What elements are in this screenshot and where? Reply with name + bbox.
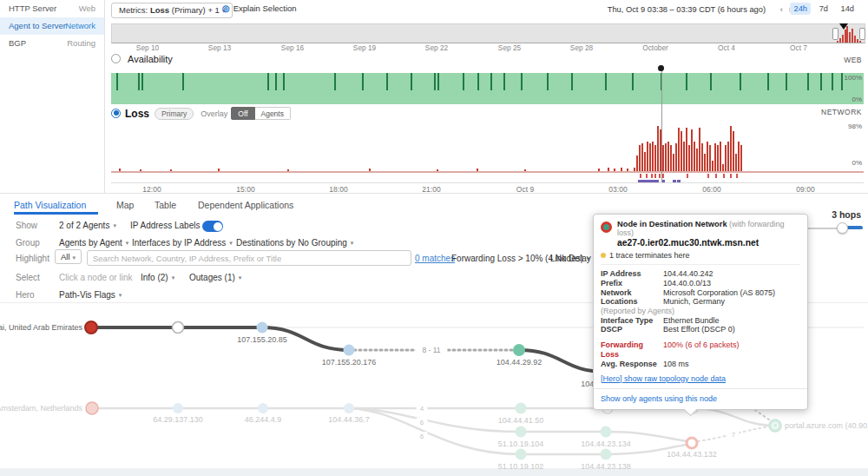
node-ip-label: 104.44.29.92 xyxy=(496,358,542,367)
detail-key: Interface Type xyxy=(601,316,663,326)
tooltip-divider xyxy=(594,388,807,389)
hop-node[interactable] xyxy=(258,403,268,413)
agent-node-amsterdam[interactable] xyxy=(86,402,98,414)
detail-value: Best Effort (DSCP 0) xyxy=(663,325,735,334)
tooltip-detail-row: DSCPBest Effort (DSCP 0) xyxy=(601,325,800,334)
trace-terminates-text: 1 trace terminates here xyxy=(609,251,690,260)
tooltip-note-row: (Reported by Agents) xyxy=(601,307,800,316)
node-ip-label: 46.244.4.9 xyxy=(245,415,282,424)
detail-key: Avg. Response xyxy=(601,360,663,369)
warning-dot-icon xyxy=(601,253,606,258)
tooltip-detail-row: Forwarding Loss100% (6 of 6 packets) xyxy=(601,340,800,360)
node-ip-label: 107.155.20.176 xyxy=(322,358,377,367)
detail-value: 108 ms xyxy=(663,360,689,369)
tooltip-title: Node in Destination Network xyxy=(617,220,727,228)
detail-key: IP Address xyxy=(601,269,663,279)
graph-label: 6 xyxy=(420,433,424,440)
graph-label: Dubai, United Arab Emirates xyxy=(0,323,82,332)
detail-value: Ethernet Bundle xyxy=(663,316,720,326)
graph-edge[interactable] xyxy=(693,408,769,426)
node-tooltip: Node in Destination Network (with forwar… xyxy=(593,214,808,410)
tooltip-header: Node in Destination Network (with forwar… xyxy=(601,220,800,248)
tooltip-detail-row: LocationsMunich, Germany xyxy=(601,297,800,307)
graph-label: 7 xyxy=(732,431,736,439)
node-ip-label: 51.10.19.104 xyxy=(498,440,544,448)
tooltip-detail-row: NetworkMicrosoft Corporation (AS 8075) xyxy=(601,288,800,298)
node-ip-label: 104.44.23.134 xyxy=(581,440,631,448)
tooltip-hostname: ae27-0.ier02.muc30.ntwk.msn.net xyxy=(617,238,800,248)
detail-key: Network xyxy=(601,288,663,298)
detail-value: 100% (6 of 6 packets) xyxy=(663,340,740,360)
destination-node[interactable] xyxy=(769,420,781,432)
detail-key: DSCP xyxy=(601,325,663,334)
hop-node[interactable] xyxy=(173,322,184,334)
raw-topology-link[interactable]: [Hero] show raw topology node data xyxy=(601,374,800,383)
hop-node[interactable] xyxy=(516,449,527,460)
detail-key: Prefix xyxy=(601,279,663,288)
hop-node[interactable] xyxy=(344,403,354,413)
loss-node-faded[interactable] xyxy=(687,438,697,448)
node-ip-label: 104.44.36.7 xyxy=(328,415,370,424)
graph-label: 6 xyxy=(420,419,424,426)
tooltip-detail-row: Avg. Response108 ms xyxy=(601,360,800,369)
loss-node-icon xyxy=(601,221,612,233)
node-ip-label: 104.44.43.132 xyxy=(667,450,717,459)
hop-node[interactable] xyxy=(601,426,612,438)
node-ip-label: 104.44.41.50 xyxy=(498,416,544,425)
graph-label: 8 - 11 xyxy=(422,346,440,354)
detail-value: 104.40.0.0/13 xyxy=(663,279,711,288)
hop-node[interactable] xyxy=(513,344,525,356)
detail-value: 104.44.40.242 xyxy=(663,269,713,279)
node-ip-label: 107.155.20.85 xyxy=(237,335,287,344)
hop-node[interactable] xyxy=(516,403,527,414)
detail-value: Munich, Germany xyxy=(663,297,725,307)
node-ip-label: 104.44.23.138 xyxy=(581,462,631,471)
tooltip-detail-row: Prefix104.40.0.0/13 xyxy=(601,279,800,288)
detail-key: Locations xyxy=(601,297,663,307)
hop-node[interactable] xyxy=(344,345,355,356)
tooltip-detail-rows: IP Address104.44.40.242Prefix104.40.0.0/… xyxy=(601,264,800,369)
detail-value: Microsoft Corporation (AS 8075) xyxy=(663,288,775,298)
graph-label: portal.azure.com (40.90.65.187) xyxy=(785,421,868,430)
hop-node[interactable] xyxy=(257,322,268,334)
trace-terminates-note: 1 trace terminates here xyxy=(601,251,800,260)
tooltip-detail-row: Interface TypeEthernet Bundle xyxy=(601,316,800,326)
graph-label: Amsterdam, Netherlands xyxy=(0,404,82,413)
show-agents-link[interactable]: Show only agents using this node xyxy=(601,394,800,403)
detail-key: Forwarding Loss xyxy=(601,340,663,360)
node-ip-label: 51.10.19.102 xyxy=(498,462,544,471)
agent-node-dubai[interactable] xyxy=(85,321,97,334)
hop-node[interactable] xyxy=(516,426,527,438)
hop-node[interactable] xyxy=(601,449,612,460)
tooltip-row-gap xyxy=(601,334,800,340)
hop-node[interactable] xyxy=(173,403,183,413)
graph-label: 4 xyxy=(420,405,424,413)
node-ip-label: 64.29.137.130 xyxy=(153,415,203,424)
tooltip-detail-row: IP Address104.44.40.242 xyxy=(601,269,800,279)
